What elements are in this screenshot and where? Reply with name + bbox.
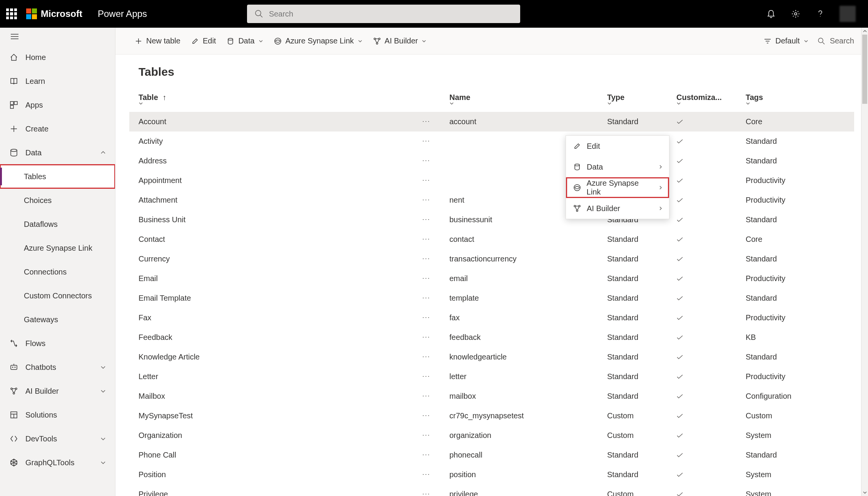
nav-create[interactable]: Create xyxy=(0,117,115,141)
nav-apps[interactable]: Apps xyxy=(0,93,115,117)
global-search[interactable] xyxy=(247,5,520,23)
table-row[interactable]: Position···positionStandardSystem xyxy=(129,465,854,484)
column-header-customizable[interactable]: Customiza... xyxy=(672,86,741,112)
row-more-actions[interactable]: ··· xyxy=(420,196,432,204)
table-row[interactable]: Organization···organizationCustomSystem xyxy=(129,426,854,445)
row-more-actions[interactable]: ··· xyxy=(420,372,432,380)
row-more-actions[interactable]: ··· xyxy=(420,451,432,459)
nav-tables[interactable]: Tables xyxy=(0,165,115,188)
table-row[interactable]: Feedback···feedbackStandardKB xyxy=(129,328,854,347)
row-table-name[interactable]: MySynapseTest xyxy=(139,411,193,420)
nav-home[interactable]: Home xyxy=(0,45,115,69)
row-more-actions[interactable]: ··· xyxy=(420,392,432,400)
row-table-name[interactable]: Contact xyxy=(139,235,165,243)
table-row[interactable]: Currency···transactioncurrencyStandardSt… xyxy=(129,249,854,269)
table-row[interactable]: Business Unit···businessunitStandardStan… xyxy=(129,210,854,230)
nav-custom-connectors[interactable]: Custom Connectors xyxy=(0,284,115,308)
row-more-actions[interactable]: ··· xyxy=(420,117,432,125)
table-row[interactable]: Letter···letterStandardProductivity xyxy=(129,367,854,386)
nav-flows[interactable]: Flows xyxy=(0,331,115,355)
column-header-tags[interactable]: Tags xyxy=(741,86,854,112)
row-table-name[interactable]: Feedback xyxy=(139,333,172,341)
table-row[interactable]: Account···accountStandardCore xyxy=(129,112,854,131)
user-avatar[interactable] xyxy=(840,6,856,22)
row-table-name[interactable]: Address xyxy=(139,156,167,165)
nav-solutions[interactable]: Solutions xyxy=(0,403,115,427)
row-table-name[interactable]: Email Template xyxy=(139,294,191,302)
table-row[interactable]: Email Template···templateStandardStandar… xyxy=(129,288,854,308)
row-table-name[interactable]: Organization xyxy=(139,431,182,439)
row-more-actions[interactable]: ··· xyxy=(420,353,432,361)
table-row[interactable]: Mailbox···mailboxStandardConfiguration xyxy=(129,386,854,406)
table-row[interactable]: Phone Call···phonecallStandardStandard xyxy=(129,445,854,465)
table-row[interactable]: Address···StandardStandard xyxy=(129,151,854,171)
table-row[interactable]: Fax···faxStandardProductivity xyxy=(129,308,854,328)
global-search-input[interactable] xyxy=(269,10,512,18)
row-table-name[interactable]: Activity xyxy=(139,137,163,145)
nav-collapse-button[interactable] xyxy=(0,28,115,45)
nav-chatbots[interactable]: Chatbots xyxy=(0,355,115,379)
synapse-button[interactable]: Azure Synapse Link xyxy=(269,33,368,48)
table-row[interactable]: Activity···CustomStandard xyxy=(129,131,854,151)
context-synapse[interactable]: Azure Synapse Link xyxy=(566,177,669,198)
table-search[interactable]: Search xyxy=(818,37,854,45)
row-more-actions[interactable]: ··· xyxy=(420,255,432,263)
row-table-name[interactable]: Mailbox xyxy=(139,392,165,400)
edit-button[interactable]: Edit xyxy=(186,33,221,48)
row-more-actions[interactable]: ··· xyxy=(420,294,432,302)
ai-builder-button[interactable]: AI Builder xyxy=(368,33,432,48)
row-more-actions[interactable]: ··· xyxy=(420,313,432,321)
row-more-actions[interactable]: ··· xyxy=(420,490,432,496)
nav-learn[interactable]: Learn xyxy=(0,69,115,93)
table-row[interactable]: Contact···contactStandardCore xyxy=(129,230,854,249)
scroll-up-icon[interactable] xyxy=(861,28,868,35)
nav-graphqltools[interactable]: GraphQLTools xyxy=(0,451,115,474)
context-ai-builder[interactable]: AI Builder xyxy=(566,198,669,219)
column-header-table[interactable]: Table ↑ xyxy=(129,86,445,112)
nav-gateways[interactable]: Gateways xyxy=(0,308,115,331)
row-table-name[interactable]: Privilege xyxy=(139,490,168,496)
row-table-name[interactable]: Attachment xyxy=(139,196,177,204)
row-more-actions[interactable]: ··· xyxy=(420,176,432,184)
notifications-button[interactable] xyxy=(766,8,776,19)
scroll-thumb[interactable] xyxy=(862,35,867,104)
table-row[interactable]: Appointment···StandardProductivity xyxy=(129,171,854,190)
row-table-name[interactable]: Position xyxy=(139,470,166,479)
context-data[interactable]: Data xyxy=(566,156,669,177)
view-picker[interactable]: Default xyxy=(764,37,808,45)
nav-choices[interactable]: Choices xyxy=(0,188,115,212)
row-table-name[interactable]: Fax xyxy=(139,313,151,322)
table-row[interactable]: Attachment···nentStandardProductivity xyxy=(129,190,854,210)
vertical-scrollbar[interactable] xyxy=(861,28,868,496)
row-more-actions[interactable]: ··· xyxy=(420,156,432,165)
column-header-name[interactable]: Name xyxy=(445,86,603,112)
row-more-actions[interactable]: ··· xyxy=(420,215,432,223)
row-more-actions[interactable]: ··· xyxy=(420,274,432,282)
table-row[interactable]: MySynapseTest···cr79c_mysynapsetestCusto… xyxy=(129,406,854,426)
scroll-down-icon[interactable] xyxy=(861,489,868,496)
nav-ai-builder[interactable]: AI Builder xyxy=(0,379,115,403)
row-table-name[interactable]: Knowledge Article xyxy=(139,353,200,361)
row-more-actions[interactable]: ··· xyxy=(420,431,432,439)
table-row[interactable]: Privilege···privilegeCustomSystem xyxy=(129,484,854,496)
row-more-actions[interactable]: ··· xyxy=(420,470,432,478)
app-launcher-icon[interactable] xyxy=(6,8,17,19)
row-more-actions[interactable]: ··· xyxy=(420,333,432,341)
context-edit[interactable]: Edit xyxy=(566,136,669,156)
settings-button[interactable] xyxy=(790,8,801,19)
row-table-name[interactable]: Email xyxy=(139,274,158,283)
row-more-actions[interactable]: ··· xyxy=(420,137,432,145)
nav-data[interactable]: Data xyxy=(0,141,115,165)
row-table-name[interactable]: Business Unit xyxy=(139,215,185,224)
data-button[interactable]: Data xyxy=(221,33,268,48)
table-row[interactable]: Email···emailStandardProductivity xyxy=(129,269,854,288)
row-table-name[interactable]: Letter xyxy=(139,372,158,381)
row-table-name[interactable]: Appointment xyxy=(139,176,182,185)
row-table-name[interactable]: Phone Call xyxy=(139,451,176,459)
nav-dataflows[interactable]: Dataflows xyxy=(0,212,115,236)
help-button[interactable] xyxy=(815,8,826,19)
nav-connections[interactable]: Connections xyxy=(0,260,115,284)
new-table-button[interactable]: New table xyxy=(129,33,186,48)
row-more-actions[interactable]: ··· xyxy=(420,411,432,419)
column-header-type[interactable]: Type xyxy=(603,86,672,112)
